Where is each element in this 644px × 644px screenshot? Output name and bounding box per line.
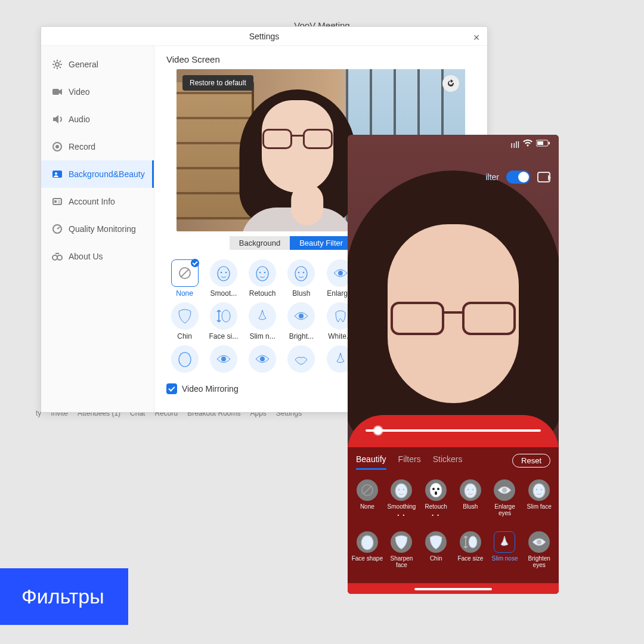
svg-rect-43 xyxy=(549,142,550,144)
settings-sidebar: GeneralVideoAudioRecordBackground&Beauty… xyxy=(41,46,154,412)
phone-filter-label: Slim nose xyxy=(492,555,518,562)
svg-point-54 xyxy=(467,489,469,491)
reset-button[interactable]: Reset xyxy=(512,454,550,467)
beauty-filter-lips-icon[interactable] xyxy=(283,345,320,375)
rotate-camera-icon[interactable] xyxy=(442,75,459,92)
phone-tab-stickers[interactable]: Stickers xyxy=(433,454,463,466)
svg-point-16 xyxy=(256,267,268,281)
phone-screenshot: ııll ilter BeautifyFiltersStickersReset … xyxy=(348,135,559,594)
phone-filter-chin[interactable]: Chin xyxy=(419,529,453,580)
nose-icon xyxy=(494,531,515,553)
beauty-filter-Bright...[interactable]: Bright... xyxy=(283,302,320,340)
svg-point-5 xyxy=(55,172,57,175)
sidebar-item-video[interactable]: Video xyxy=(41,78,154,106)
beauty-filter-face-dot-icon[interactable] xyxy=(166,345,203,375)
phone-filter-retouch[interactable]: Retouch• • xyxy=(419,477,453,529)
beauty-filter-label: Smoot... xyxy=(210,289,237,298)
phone-filter-slim-face[interactable]: Slim face xyxy=(522,477,556,529)
svg-point-3 xyxy=(55,145,59,148)
gear-icon xyxy=(52,59,63,70)
phone-filter-label: Face shape xyxy=(352,555,383,562)
check-badge-icon xyxy=(191,259,199,267)
filter-toggle[interactable] xyxy=(506,171,530,184)
svg-point-47 xyxy=(398,489,400,491)
svg-point-59 xyxy=(541,489,543,491)
svg-point-57 xyxy=(533,484,545,498)
face-v-icon xyxy=(425,531,447,553)
mask-icon xyxy=(425,479,447,501)
sidebar-item-account-info[interactable]: Account Info xyxy=(41,188,154,215)
phone-filter-brighten-eyes[interactable]: Brighten eyes xyxy=(522,529,556,580)
eye-icon xyxy=(528,531,550,553)
svg-line-45 xyxy=(363,486,371,494)
beauty-filter-None[interactable]: None xyxy=(166,259,203,298)
sidebar-item-background-beauty[interactable]: Background&Beauty xyxy=(41,160,154,188)
phone-filter-none[interactable]: None xyxy=(350,477,385,529)
beauty-filter-Slim n...[interactable]: Slim n... xyxy=(244,302,281,340)
phone-filter-face-size[interactable]: Face size xyxy=(453,529,488,580)
svg-point-15 xyxy=(225,272,227,274)
beauty-intensity-slider[interactable] xyxy=(366,429,541,432)
lips-icon xyxy=(287,345,315,373)
video-icon xyxy=(52,86,63,97)
beauty-filter-eye-icon[interactable] xyxy=(205,345,242,375)
svg-point-22 xyxy=(338,271,343,275)
checkbox-checked-icon[interactable] xyxy=(166,383,177,394)
svg-point-30 xyxy=(299,314,304,318)
beauty-filter-eye-icon[interactable] xyxy=(244,345,281,375)
restore-default-button[interactable]: Restore to default xyxy=(182,75,253,91)
home-indicator[interactable] xyxy=(414,588,492,590)
speaker-icon xyxy=(52,114,63,125)
beauty-filter-label: Chin xyxy=(177,332,192,340)
phone-filter-smoothing[interactable]: Smoothing• • xyxy=(385,477,419,529)
beauty-filter-Chin[interactable]: Chin xyxy=(166,302,203,340)
phone-filter-label: Blush xyxy=(463,503,478,510)
phone-filter-label: Smoothing xyxy=(388,503,416,510)
phone-filter-label: Brighten eyes xyxy=(522,555,556,568)
segment-background[interactable]: Background xyxy=(230,236,290,250)
none-icon xyxy=(171,259,199,287)
sidebar-item-label: Quality Monitoring xyxy=(69,224,136,234)
phone-filter-label: Chin xyxy=(430,555,442,562)
phone-tab-beautify[interactable]: Beautify xyxy=(356,454,386,466)
svg-point-53 xyxy=(465,484,476,498)
camera-switch-icon[interactable] xyxy=(537,172,550,182)
beauty-filter-Retouch[interactable]: Retouch xyxy=(244,259,281,298)
sidebar-item-audio[interactable]: Audio xyxy=(41,106,154,133)
face-icon xyxy=(460,479,481,501)
battery-icon xyxy=(536,140,550,150)
svg-point-13 xyxy=(218,267,230,281)
beauty-filter-Smoot...[interactable]: Smoot... xyxy=(205,259,242,298)
beauty-filter-label: Retouch xyxy=(249,289,276,298)
phone-filter-blush[interactable]: Blush xyxy=(453,477,488,529)
svg-rect-1 xyxy=(52,89,59,95)
beauty-filter-Blush[interactable]: Blush xyxy=(283,259,320,298)
sidebar-item-record[interactable]: Record xyxy=(41,133,154,160)
wifi-icon xyxy=(523,140,532,150)
svg-point-48 xyxy=(403,489,405,491)
close-icon[interactable]: × xyxy=(469,28,484,42)
phone-filter-face-shape[interactable]: Face shape xyxy=(350,529,385,580)
svg-rect-42 xyxy=(537,141,543,145)
phone-tabs: BeautifyFiltersStickersReset xyxy=(348,447,559,473)
segment-beauty-filter[interactable]: Beauty Filter xyxy=(290,236,352,250)
sidebar-item-label: Account Info xyxy=(69,197,115,206)
svg-point-55 xyxy=(472,489,474,491)
phone-tab-filters[interactable]: Filters xyxy=(398,454,421,466)
settings-title: Settings × xyxy=(41,27,487,46)
sidebar-item-label: General xyxy=(69,60,98,69)
sidebar-item-quality-monitoring[interactable]: Quality Monitoring xyxy=(41,215,154,243)
phone-filter-enlarge-eyes[interactable]: Enlarge eyes xyxy=(488,477,522,529)
sidebar-item-label: Background&Beauty xyxy=(69,169,145,179)
sidebar-item-label: Video xyxy=(69,87,90,97)
svg-point-14 xyxy=(221,272,222,274)
phone-filter-sharpen-face[interactable]: Sharpen face xyxy=(385,529,419,580)
phone-filter-slim-nose[interactable]: Slim nose xyxy=(488,529,522,580)
phone-top-controls: ilter xyxy=(485,171,550,184)
sidebar-item-about-us[interactable]: About Us xyxy=(41,243,154,270)
sidebar-item-general[interactable]: General xyxy=(41,51,154,78)
face-icon xyxy=(210,259,237,287)
eye-icon xyxy=(249,345,276,373)
binoc-icon xyxy=(52,251,63,262)
beauty-filter-Face si...[interactable]: Face si... xyxy=(205,302,242,340)
